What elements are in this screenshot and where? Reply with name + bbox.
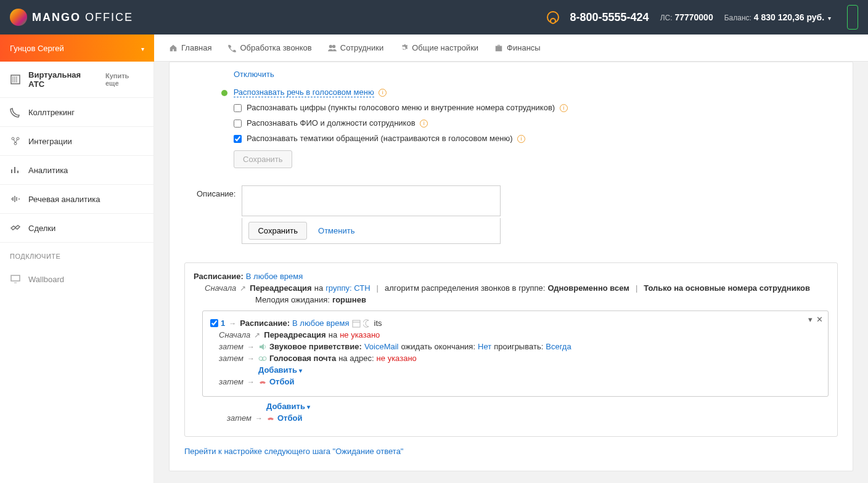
topup-button[interactable]	[847, 5, 858, 30]
play-label: проигрывать:	[494, 342, 543, 351]
logo-text: MANGO OFFICE	[32, 11, 133, 24]
greeting-value[interactable]: VoiceMail	[364, 342, 399, 351]
buy-more-link[interactable]: Купить еще	[105, 72, 144, 87]
on-label: на	[329, 330, 337, 339]
description-label: Описание:	[197, 185, 235, 244]
nav-home[interactable]: Главная	[169, 43, 211, 52]
sidebar-label: Аналитика	[28, 166, 68, 175]
info-icon[interactable]: i	[420, 120, 428, 128]
schedule-anytime-link[interactable]: В любое время	[246, 272, 303, 281]
moon-icon[interactable]	[363, 319, 372, 328]
briefcase-icon	[494, 44, 503, 52]
then-label: затем	[219, 354, 244, 363]
hangup-link[interactable]: Отбой	[269, 377, 294, 386]
sidebar-item-wallboard[interactable]: Wallboard	[0, 265, 154, 293]
speech-analytics-icon	[10, 193, 21, 205]
nav-employees[interactable]: Сотрудники	[328, 43, 383, 52]
cb-digits[interactable]: Распознавать цифры (пункты голосового ме…	[234, 103, 838, 112]
schedule-anytime-link[interactable]: В любое время	[292, 319, 349, 328]
info-icon[interactable]: i	[379, 89, 387, 97]
step-1: ▾ ✕ 1 → Расписание: В любое время its	[202, 310, 829, 397]
deals-icon	[10, 222, 21, 233]
schedule-label: Расписание:	[194, 272, 244, 281]
phone-icon	[227, 44, 236, 52]
cb-digits-input[interactable]	[234, 104, 242, 112]
arrow-icon: →	[247, 378, 255, 386]
save-speech-button[interactable]: Сохранить	[234, 150, 292, 168]
cancel-desc-link[interactable]: Отменить	[318, 226, 354, 235]
save-desc-button[interactable]: Сохранить	[248, 222, 307, 240]
cb-topics-input[interactable]	[234, 135, 242, 143]
then-label: затем	[227, 413, 252, 423]
arrow-icon: →	[255, 414, 263, 423]
nav-label: Обработка звонков	[240, 43, 311, 52]
hangup-icon	[258, 378, 267, 386]
sidebar-item-speech[interactable]: Речевая аналитика	[0, 185, 154, 214]
arrow-icon: ↗	[240, 284, 246, 293]
hangup-link[interactable]: Отбой	[277, 413, 302, 423]
wallboard-icon	[10, 274, 21, 285]
info-icon[interactable]: i	[517, 135, 525, 143]
layout: Виртуальная АТС Купить еще Коллтрекинг И…	[0, 62, 868, 483]
step-checkbox[interactable]	[210, 319, 218, 327]
add-action-button[interactable]: Добавить	[258, 365, 302, 375]
header-right: 8-800-5555-424 ЛС: 77770000 Баланс: 4 83…	[547, 5, 858, 30]
user-dropdown[interactable]: Гунцов Сергей	[0, 34, 154, 62]
nav-settings[interactable]: Общие настройки	[399, 43, 478, 52]
calendar-icon[interactable]	[352, 319, 361, 328]
support-icon	[547, 11, 559, 23]
nav-finance[interactable]: Финансы	[494, 43, 541, 52]
logo[interactable]: MANGO OFFICE	[10, 9, 133, 26]
not-set[interactable]: не указано	[377, 354, 417, 363]
analytics-icon	[10, 164, 21, 176]
nav-calls[interactable]: Обработка звонков	[227, 43, 311, 52]
cb-topics[interactable]: Распознавать тематики обращений (настраи…	[234, 134, 838, 143]
cb-names-input[interactable]	[234, 120, 242, 128]
greeting-label: Звуковое приветствие:	[269, 342, 362, 351]
secondary-bar: Гунцов Сергей Главная Обработка звонков …	[0, 34, 868, 62]
disable-link[interactable]: Отключить	[234, 70, 274, 79]
only-main: Только на основные номера сотрудников	[644, 283, 810, 293]
wait-label: ожидать окончания:	[401, 342, 475, 351]
svg-rect-5	[353, 320, 360, 327]
first-label: Сначала	[219, 330, 250, 339]
sidebar-item-pbx[interactable]: Виртуальная АТС Купить еще	[0, 62, 154, 98]
schedule-header: Расписание: В любое время	[194, 272, 829, 281]
melody-value: горшнев	[332, 295, 366, 304]
info-icon[interactable]: i	[560, 104, 568, 112]
sidebar-item-analytics[interactable]: Аналитика	[0, 156, 154, 185]
nav-label: Главная	[181, 43, 211, 52]
cb-label: Распознавать ФИО и должности сотрудников	[247, 118, 416, 128]
balance-value: 4 830 120,36 руб.	[754, 12, 824, 22]
cb-names[interactable]: Распознавать ФИО и должности сотрудников…	[234, 118, 838, 128]
close-icon[interactable]: ✕	[816, 315, 823, 324]
support-phone[interactable]: 8-800-5555-424	[570, 11, 649, 24]
sidebar-item-integrations[interactable]: Интеграции	[0, 127, 154, 156]
settings-panel: Отключить Распознавать речь в голосовом …	[169, 62, 853, 471]
cb-label: Распознавать цифры (пункты голосового ме…	[247, 103, 555, 112]
arrow-icon: ↗	[254, 331, 260, 339]
integrations-icon	[10, 136, 21, 147]
description-input[interactable]	[242, 185, 501, 216]
collapse-icon[interactable]: ▾	[808, 315, 813, 324]
group-link[interactable]: группу: СТН	[326, 283, 370, 293]
sidebar-item-calltracking[interactable]: Коллтрекинг	[0, 98, 154, 127]
sidebar-item-deals[interactable]: Сделки	[0, 214, 154, 243]
gear-icon	[399, 44, 408, 52]
sidebar-connect-header: ПОДКЛЮЧИТЕ	[0, 243, 154, 265]
algo-value: Одновременно всем	[547, 283, 629, 293]
balance[interactable]: Баланс: 4 830 120,36 руб.	[724, 12, 831, 22]
brand-light: OFFICE	[85, 11, 133, 23]
play-value[interactable]: Всегда	[546, 342, 571, 351]
speech-recognition-link[interactable]: Распознавать речь в голосовом меню	[234, 87, 374, 97]
step-number[interactable]: 1	[221, 319, 225, 328]
next-step-link[interactable]: Перейти к настройке следующего шага "Ожи…	[184, 447, 838, 456]
wait-value[interactable]: Нет	[478, 342, 491, 351]
nav-label: Финансы	[507, 43, 541, 52]
then-label: затем	[219, 377, 244, 386]
add-action-button[interactable]: Добавить	[266, 402, 310, 411]
melody-line: Мелодия ожидания: горшнев	[255, 295, 829, 304]
schedule-block: Расписание: В любое время Сначала ↗ Пере…	[184, 262, 838, 437]
not-set[interactable]: не указано	[340, 330, 380, 339]
main: Отключить Распознавать речь в голосовом …	[154, 62, 868, 483]
